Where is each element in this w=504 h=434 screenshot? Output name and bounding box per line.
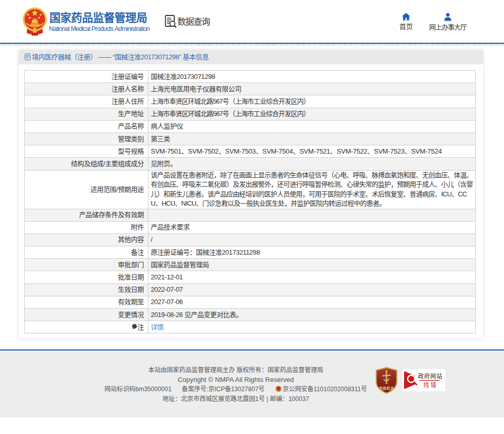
svg-text:党政机关: 党政机关 [379,386,394,391]
svg-text:找错: 找错 [424,381,438,388]
svg-text:政府网站: 政府网站 [418,373,443,379]
